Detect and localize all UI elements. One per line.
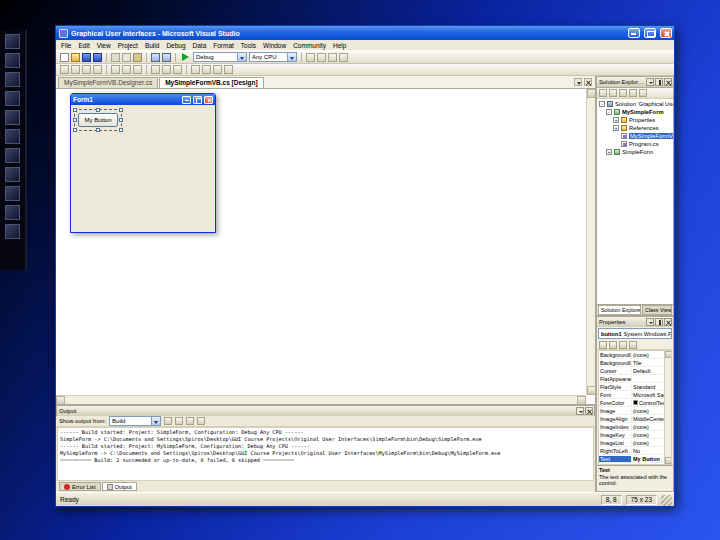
tab-class-view[interactable]: Class View [642,305,672,315]
categorized-icon[interactable] [599,341,607,349]
copy-icon[interactable] [122,53,131,62]
tree-expander-icon[interactable]: + [613,125,619,131]
selection-handle[interactable] [96,128,100,132]
property-row[interactable]: ImageIndex (none) [599,423,664,431]
view-code-icon[interactable] [629,89,637,97]
find-icon[interactable] [306,53,315,62]
maximize-button[interactable] [644,28,656,38]
property-row[interactable]: ForeColor ControlText [599,399,664,407]
designed-button[interactable]: My Button [78,113,118,127]
horizontal-scrollbar[interactable] [56,395,586,404]
cut-icon[interactable] [111,53,120,62]
solution-platform-combo[interactable]: Any CPU [249,52,297,62]
designer-canvas[interactable]: Form1 [56,89,595,404]
scroll-down-icon[interactable] [587,386,595,395]
vertical-spacing-icon[interactable] [202,65,211,74]
tab-solution-explorer[interactable]: Solution Explorer [598,305,641,315]
selection-handle[interactable] [73,118,77,122]
paste-icon[interactable] [133,53,142,62]
output-source-combo[interactable]: Build [109,416,161,426]
scroll-up-icon[interactable] [665,351,672,358]
tree-item-program-cs[interactable]: Program.cs [597,140,673,148]
solution-configuration-combo[interactable]: Debug [193,52,247,62]
property-grid[interactable]: BackgroundImage (none) BackgroundImageLa… [598,350,672,465]
property-row[interactable]: TextAlign MiddleCenter [599,463,664,464]
selection-handle[interactable] [73,108,77,112]
menu-file[interactable]: File [61,42,71,49]
menu-format[interactable]: Format [213,42,234,49]
start-debugging-icon[interactable] [182,53,189,61]
tree-item-solution[interactable]: - Solution 'Graphical User Interfaces' (… [597,100,673,108]
horizontal-spacing-icon[interactable] [191,65,200,74]
selection-handle[interactable] [119,128,123,132]
align-lefts-icon[interactable] [71,65,80,74]
auto-hide-pin-icon[interactable] [655,78,663,86]
property-row[interactable]: ImageList (none) [599,439,664,447]
align-centers-icon[interactable] [82,65,91,74]
property-row[interactable]: BackgroundImageLayout Tile [599,359,664,367]
window-titlebar[interactable]: Graphical User Interfaces - Microsoft Vi… [56,26,674,40]
selection-handle[interactable] [119,108,123,112]
align-middles-icon[interactable] [122,65,131,74]
center-horizontally-icon[interactable] [213,65,222,74]
center-vertically-icon[interactable] [224,65,233,74]
close-button[interactable] [660,28,672,38]
selection-handle[interactable] [96,108,100,112]
properties-header[interactable]: Properties [596,316,674,327]
vertical-scrollbar[interactable] [586,89,595,395]
selection-handle[interactable] [73,128,77,132]
scroll-left-icon[interactable] [56,396,65,404]
menu-debug[interactable]: Debug [166,42,185,49]
selection-handle[interactable] [119,118,123,122]
undo-icon[interactable] [151,53,160,62]
tree-item-project-simpleform[interactable]: + SimpleForm [597,148,673,156]
tree-expander-icon[interactable]: + [606,149,612,155]
property-row[interactable]: BackgroundImage (none) [599,351,664,359]
new-file-icon[interactable] [60,53,69,62]
tree-expander-icon[interactable]: + [613,117,619,123]
make-same-width-icon[interactable] [151,65,160,74]
properties-view-icon[interactable] [619,341,627,349]
menu-window[interactable]: Window [263,42,286,49]
tree-item-mysimpleformvb-cs[interactable]: MySimpleFormVB.cs [597,132,673,140]
make-same-size-icon[interactable] [173,65,182,74]
property-row[interactable]: ImageAlign MiddleCenter [599,415,664,423]
properties-window-icon[interactable] [328,53,337,62]
make-same-height-icon[interactable] [162,65,171,74]
scroll-down-icon[interactable] [665,457,672,464]
events-icon[interactable] [629,341,637,349]
tab-output[interactable]: Output [102,482,137,491]
align-to-grid-icon[interactable] [60,65,69,74]
refresh-icon[interactable] [619,89,627,97]
designed-form[interactable]: Form1 [70,93,216,233]
menu-view[interactable]: View [97,42,111,49]
close-icon[interactable] [664,318,672,326]
open-file-icon[interactable] [71,53,80,62]
form-design-surface[interactable]: My Button [71,105,215,232]
tree-expander-icon[interactable]: - [599,101,605,107]
tree-expander-icon[interactable]: - [606,109,612,115]
tab-error-list[interactable]: Error List [59,482,101,491]
show-all-files-icon[interactable] [609,89,617,97]
close-document-icon[interactable] [584,78,592,86]
property-row[interactable]: Image (none) [599,407,664,415]
go-to-message-icon[interactable] [164,417,172,425]
property-row[interactable]: FlatAppearance [599,375,664,383]
scroll-right-icon[interactable] [577,396,586,404]
save-all-icon[interactable] [93,53,102,62]
property-row[interactable]: Font Microsoft Sans Serif [599,391,664,399]
menu-data[interactable]: Data [193,42,207,49]
tab-design-view[interactable]: MySimpleFormVB.cs [Design] [159,77,263,88]
redo-icon[interactable] [162,53,171,62]
solution-tree[interactable]: - Solution 'Graphical User Interfaces' (… [597,99,673,304]
build-output-text[interactable]: ------ Build started: Project: SimpleFor… [57,427,594,481]
menu-edit[interactable]: Edit [78,42,89,49]
property-row[interactable]: FlatStyle Standard [599,383,664,391]
property-row[interactable]: Cursor Default [599,367,664,375]
property-row[interactable]: RightToLeft No [599,447,664,455]
scroll-up-icon[interactable] [587,89,595,98]
properties-scrollbar[interactable] [664,351,671,464]
resize-grip[interactable] [661,495,672,506]
tree-item-references[interactable]: + References [597,124,673,132]
menu-tools[interactable]: Tools [241,42,256,49]
